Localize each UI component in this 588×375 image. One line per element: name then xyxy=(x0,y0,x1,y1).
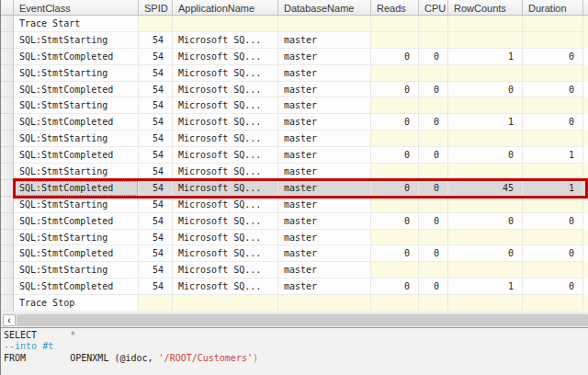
column-header-rowcounts[interactable]: RowCounts xyxy=(448,0,523,16)
cell-filler xyxy=(583,114,588,131)
cell-applicationname: Microsoft SQ... xyxy=(173,180,278,197)
column-header-reads[interactable]: Reads xyxy=(371,0,419,16)
cell-applicationname xyxy=(173,295,278,312)
column-header-cpu[interactable]: CPU xyxy=(419,0,448,16)
table-row[interactable]: SQL:StmtCompleted 54 Microsoft SQ... mas… xyxy=(1,114,588,131)
cell-databasename: master xyxy=(278,65,371,82)
cell-databasename: master xyxy=(278,164,371,180)
cell-spid xyxy=(139,16,173,32)
cell-databasename xyxy=(278,16,371,32)
cell-eventclass: SQL:StmtStarting xyxy=(14,262,139,278)
column-header-duration[interactable]: Duration xyxy=(523,0,583,16)
scrollbar-thumb[interactable] xyxy=(17,314,588,326)
cell-reads: 0 xyxy=(371,278,419,295)
sql-text-pane[interactable]: SELECT *--into #tFROM OPENXML (@idoc, '/… xyxy=(1,327,588,375)
column-header-databasename[interactable]: DatabaseName xyxy=(278,0,371,16)
table-row[interactable]: SQL:StmtCompleted 54 Microsoft SQ... mas… xyxy=(1,49,588,65)
cell-applicationname: Microsoft SQ... xyxy=(173,131,278,147)
cell-cpu: 0 xyxy=(419,278,448,295)
table-row[interactable]: SQL:StmtStarting 54 Microsoft SQ... mast… xyxy=(1,131,588,147)
table-row[interactable]: SQL:StmtCompleted 54 Microsoft SQ... mas… xyxy=(1,82,588,98)
cell-duration xyxy=(523,65,583,82)
table-row[interactable]: SQL:StmtCompleted 54 Microsoft SQ... mas… xyxy=(1,213,588,230)
cell-cpu xyxy=(419,197,448,213)
cell-duration: 0 xyxy=(523,82,583,98)
table-row[interactable]: SQL:StmtStarting 54 Microsoft SQ... mast… xyxy=(1,197,588,213)
cell-reads: 0 xyxy=(371,114,419,131)
cell-eventclass: SQL:StmtStarting xyxy=(14,131,139,147)
cell-cpu: 0 xyxy=(419,147,448,164)
row-gutter-cell xyxy=(1,32,14,49)
row-gutter-cell xyxy=(1,197,14,213)
cell-rowcounts: 0 xyxy=(448,213,523,230)
cell-spid: 54 xyxy=(139,49,173,65)
cell-databasename: master xyxy=(278,245,371,262)
column-header-eventclass[interactable]: EventClass xyxy=(14,0,139,16)
row-gutter-cell xyxy=(1,131,14,147)
horizontal-scrollbar[interactable]: ‹ xyxy=(1,312,588,327)
cell-reads xyxy=(371,97,419,114)
cell-duration: 0 xyxy=(523,114,583,131)
table-row[interactable]: SQL:StmtCompleted 54 Microsoft SQ... mas… xyxy=(1,180,588,197)
cell-rowcounts xyxy=(448,16,523,32)
grid-rows: Trace Start SQL:StmtStarting 54 Microsof… xyxy=(1,16,588,312)
column-header-applicationname[interactable]: ApplicationName xyxy=(173,0,278,16)
cell-databasename: master xyxy=(278,197,371,213)
sql-segment-comment: --into #t xyxy=(4,341,53,351)
cell-databasename xyxy=(278,295,371,312)
cell-spid: 54 xyxy=(139,262,173,278)
table-row[interactable]: SQL:StmtStarting 54 Microsoft SQ... mast… xyxy=(1,97,588,114)
cell-duration: 1 xyxy=(523,180,583,197)
cell-duration xyxy=(523,295,583,312)
cell-rowcounts xyxy=(448,97,523,114)
table-row[interactable]: SQL:StmtStarting 54 Microsoft SQ... mast… xyxy=(1,262,588,278)
table-row[interactable]: Trace Stop xyxy=(1,295,588,312)
scroll-left-button[interactable]: ‹ xyxy=(3,314,16,326)
cell-filler xyxy=(583,197,588,213)
cell-reads xyxy=(371,65,419,82)
cell-cpu: 0 xyxy=(419,49,448,65)
cell-filler xyxy=(583,147,588,164)
cell-databasename: master xyxy=(278,82,371,98)
cell-cpu xyxy=(419,32,448,49)
cell-databasename: master xyxy=(278,278,371,295)
cell-duration xyxy=(523,262,583,278)
cell-rowcounts xyxy=(448,32,523,49)
cell-applicationname xyxy=(173,16,278,32)
table-row[interactable]: SQL:StmtCompleted 54 Microsoft SQ... mas… xyxy=(1,245,588,262)
row-gutter-cell xyxy=(1,97,14,114)
cell-cpu xyxy=(419,295,448,312)
cell-rowcounts xyxy=(448,295,523,312)
table-row[interactable]: SQL:StmtCompleted 54 Microsoft SQ... mas… xyxy=(1,278,588,295)
row-gutter-cell xyxy=(1,295,14,312)
row-gutter-cell xyxy=(1,180,14,197)
cell-filler xyxy=(583,262,588,278)
cell-cpu xyxy=(419,65,448,82)
cell-eventclass: SQL:StmtCompleted xyxy=(14,147,139,164)
sql-segment-operator: ) xyxy=(253,353,258,363)
table-row[interactable]: SQL:StmtStarting 54 Microsoft SQ... mast… xyxy=(1,65,588,82)
cell-reads: 0 xyxy=(371,82,419,98)
column-header-spid[interactable]: SPID xyxy=(139,0,173,16)
cell-spid: 54 xyxy=(139,164,173,180)
cell-cpu xyxy=(419,230,448,246)
cell-eventclass: SQL:StmtCompleted xyxy=(14,82,139,98)
cell-applicationname: Microsoft SQ... xyxy=(173,164,278,180)
cell-duration xyxy=(523,97,583,114)
cell-filler xyxy=(583,180,588,197)
cell-spid: 54 xyxy=(139,230,173,246)
table-row[interactable]: SQL:StmtStarting 54 Microsoft SQ... mast… xyxy=(1,164,588,180)
table-row[interactable]: Trace Start xyxy=(1,16,588,32)
cell-duration xyxy=(523,164,583,180)
table-row[interactable]: SQL:StmtStarting 54 Microsoft SQ... mast… xyxy=(1,230,588,246)
cell-applicationname: Microsoft SQ... xyxy=(173,197,278,213)
cell-rowcounts xyxy=(448,230,523,246)
table-row[interactable]: SQL:StmtCompleted 54 Microsoft SQ... mas… xyxy=(1,147,588,164)
cell-reads xyxy=(371,197,419,213)
header-gutter-cell xyxy=(1,0,14,16)
cell-rowcounts xyxy=(448,197,523,213)
table-row[interactable]: SQL:StmtStarting 54 Microsoft SQ... mast… xyxy=(1,32,588,49)
cell-duration: 0 xyxy=(523,49,583,65)
cell-filler xyxy=(583,82,588,98)
cell-reads: 0 xyxy=(371,213,419,230)
